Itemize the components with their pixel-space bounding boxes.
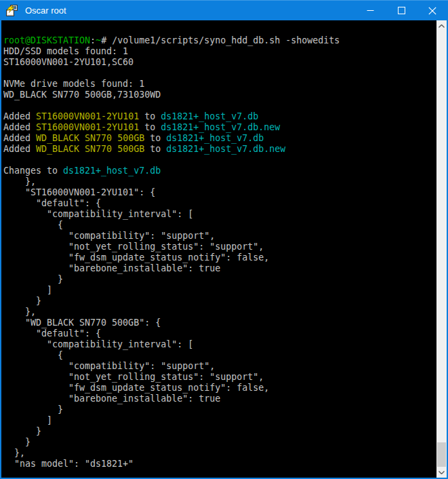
terminal-line: }: [3, 296, 436, 307]
terminal-output[interactable]: root@DISKSTATION:~# /volume1/scripts/syn…: [1, 29, 436, 468]
terminal-text-segment: "compatibility": "support",: [3, 361, 215, 371]
terminal-line: "fw_dsm_update_status_notify": false,: [3, 383, 436, 394]
terminal-text-segment: "ST16000VN001-2YU101": {: [3, 187, 155, 197]
scroll-up-button[interactable]: [436, 20, 447, 31]
terminal-line: [3, 155, 436, 166]
terminal-line: "barebone_installable": true: [3, 394, 436, 404]
terminal-text-segment: #: [101, 35, 112, 45]
terminal-text-segment: },: [3, 307, 36, 317]
terminal-text-segment: Added: [3, 144, 36, 154]
terminal-text-segment: "fw_dsm_update_status_notify": false,: [3, 383, 269, 393]
terminal-line: ST16000VN001-2YU101,SC60: [3, 57, 436, 68]
terminal-line: "default": {: [3, 198, 436, 209]
terminal-text-segment: }: [3, 426, 41, 436]
terminal-line: "nas_model": "ds1821+": [3, 459, 436, 468]
scroll-down-button[interactable]: [436, 467, 447, 478]
terminal-text-segment: }: [3, 296, 41, 306]
terminal-text-segment: ]: [3, 285, 52, 295]
terminal-text-segment: to: [139, 122, 161, 132]
putty-window: Oscar root root@DISKSTATION:~# /volume1/…: [0, 0, 448, 479]
terminal-line: "compatibility": "support",: [3, 231, 436, 242]
terminal-text-segment: ST16000VN001-2YU101,SC60: [3, 57, 134, 67]
terminal-text-segment: ]: [3, 415, 52, 425]
chevron-up-icon: [439, 24, 445, 28]
terminal-text-segment: }: [3, 437, 30, 447]
terminal-text-segment: HDD/SSD models found: 1: [3, 46, 128, 56]
terminal-line: {: [3, 350, 436, 361]
terminal-text-segment: Added: [3, 122, 36, 132]
minimize-button[interactable]: [354, 1, 386, 20]
terminal-line: }: [3, 274, 436, 285]
terminal-text-segment: "nas_model": "ds1821+": [3, 459, 134, 468]
terminal-line: root@DISKSTATION:~# /volume1/scripts/syn…: [3, 35, 436, 46]
terminal-line: Added WD_BLACK SN770 500GB to ds1821+_ho…: [3, 133, 436, 144]
close-icon: [428, 7, 436, 15]
terminal-text-segment: WD_BLACK SN770 500GB: [36, 133, 144, 143]
terminal-line: "compatibility": "support",: [3, 361, 436, 372]
terminal-text-segment: }: [3, 274, 63, 284]
terminal-text-segment: ds1821+_host_v7.db: [161, 111, 258, 121]
terminal-text-segment: "fw_dsm_update_status_notify": false,: [3, 252, 269, 263]
terminal-line: }: [3, 404, 436, 415]
terminal-text-segment: NVMe drive models found: 1: [3, 79, 144, 89]
terminal-text-segment: {: [3, 220, 63, 230]
terminal-line: "barebone_installable": true: [3, 263, 436, 274]
terminal-text-segment: Added: [3, 133, 36, 143]
putty-terminal-icon[interactable]: [5, 4, 19, 18]
terminal-text-segment: WD_BLACK SN770 500GB: [36, 144, 144, 154]
terminal-text-segment: ds1821+_host_v7.db.new: [161, 122, 280, 132]
chevron-down-icon: [439, 471, 445, 474]
terminal-text-segment: {: [3, 350, 63, 360]
terminal-text-segment: },: [3, 176, 36, 187]
scrollbar[interactable]: [436, 20, 447, 478]
terminal-text-segment: ST16000VN001-2YU101: [36, 122, 139, 132]
terminal-text-segment: "default": {: [3, 198, 101, 208]
terminal-text-segment: },: [3, 448, 25, 458]
terminal-text-segment: "not_yet_rolling_status": "support",: [3, 372, 264, 382]
terminal-text-segment: "compatibility_interval": [: [3, 209, 193, 219]
terminal-line: ]: [3, 285, 436, 296]
terminal-line: },: [3, 307, 436, 318]
minimize-icon: [367, 7, 374, 14]
scrollbar-thumb[interactable]: [437, 442, 446, 467]
terminal-text-segment: Added: [3, 111, 36, 121]
title-bar[interactable]: Oscar root: [0, 0, 448, 20]
maximize-icon: [398, 7, 405, 14]
terminal-text-segment: "not_yet_rolling_status": "support",: [3, 242, 264, 252]
terminal-line: {: [3, 220, 436, 231]
terminal-text-segment: to: [139, 111, 161, 121]
terminal-text-segment: ds1821+_host_v7.db: [166, 133, 264, 143]
terminal-line: },: [3, 448, 436, 459]
terminal-line: }: [3, 426, 436, 437]
terminal-line: "fw_dsm_update_status_notify": false,: [3, 252, 436, 263]
terminal-line: "not_yet_rolling_status": "support",: [3, 242, 436, 252]
maximize-button[interactable]: [386, 1, 417, 20]
terminal-line: Changes to ds1821+_host_v7.db: [3, 166, 436, 176]
terminal-text-segment: :: [90, 35, 96, 45]
terminal-line: Added ST16000VN001-2YU101 to ds1821+_hos…: [3, 122, 436, 133]
window-controls: [354, 1, 448, 20]
terminal-line: }: [3, 437, 436, 448]
terminal-text-segment: Changes to: [3, 166, 63, 176]
close-button[interactable]: [417, 1, 448, 20]
terminal-line: "WD_BLACK SN770 500GB": {: [3, 318, 436, 328]
terminal-line: WD_BLACK SN770 500GB,731030WD: [3, 90, 436, 100]
terminal-text-segment: root@DISKSTATION: [3, 35, 90, 45]
terminal-line: Added WD_BLACK SN770 500GB to ds1821+_ho…: [3, 144, 436, 155]
terminal-text-segment: "compatibility": "support",: [3, 231, 215, 241]
terminal-text-segment: to: [144, 144, 166, 154]
terminal-text-segment: "barebone_installable": true: [3, 263, 220, 273]
terminal-line: [3, 100, 436, 111]
terminal-line: Added ST16000VN001-2YU101 to ds1821+_hos…: [3, 111, 436, 122]
terminal-line: NVMe drive models found: 1: [3, 79, 436, 90]
terminal-line: },: [3, 176, 436, 187]
terminal-line: "not_yet_rolling_status": "support",: [3, 372, 436, 383]
terminal-text-segment: ~: [96, 35, 101, 45]
terminal-text-segment: ds1821+_host_v7.db: [63, 166, 161, 176]
terminal-line: ]: [3, 415, 436, 426]
terminal-line: "compatibility_interval": [: [3, 339, 436, 350]
terminal-line: [3, 68, 436, 79]
terminal-text-segment: "WD_BLACK SN770 500GB": {: [3, 318, 161, 328]
terminal-text-segment: "barebone_installable": true: [3, 394, 220, 404]
terminal-text-segment: to: [144, 133, 166, 143]
